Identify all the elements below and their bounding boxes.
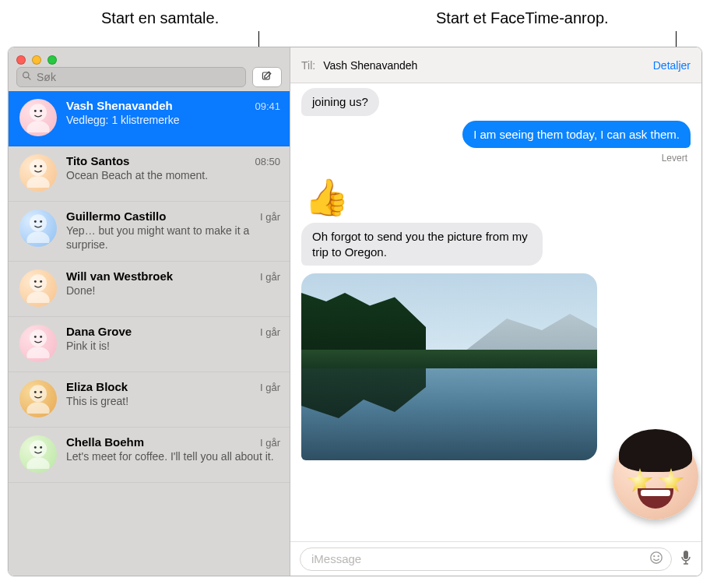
minimize-window-button[interactable] xyxy=(32,55,41,65)
tapback-thumbs-up-icon: 👍 xyxy=(304,176,349,218)
svg-point-20 xyxy=(26,347,49,358)
message-incoming: joining us? xyxy=(301,88,379,116)
compose-bar: iMessage xyxy=(290,541,701,576)
conversation-name: Guillermo Castillo xyxy=(66,209,166,223)
compose-button[interactable] xyxy=(252,67,282,87)
svg-point-3 xyxy=(30,104,47,121)
svg-point-6 xyxy=(40,110,42,112)
avatar xyxy=(19,269,57,307)
conversation-preview: Let's meet for coffee. I'll tell you all… xyxy=(66,450,280,464)
window-controls xyxy=(16,55,57,65)
conversation-list[interactable]: Vash Shenavandeh09:41Vedlegg: 1 klistrem… xyxy=(9,91,290,576)
avatar xyxy=(19,154,57,192)
conversation-name: Vash Shenavandeh xyxy=(66,99,173,112)
emoji-picker-icon[interactable] xyxy=(649,551,663,567)
svg-point-8 xyxy=(26,176,49,188)
sidebar: Søk Vash Shenavandeh09:41Vedlegg: 1 klis… xyxy=(9,48,290,576)
image-attachment[interactable] xyxy=(301,273,597,460)
conversation-time: I går xyxy=(260,437,280,449)
avatar-face-icon xyxy=(21,324,55,364)
message-input-placeholder: iMessage xyxy=(311,552,361,565)
svg-point-0 xyxy=(23,72,29,78)
conversation-preview: This is great! xyxy=(66,395,280,409)
avatar xyxy=(19,99,57,136)
avatar-face-icon xyxy=(21,98,55,138)
conversation-row[interactable]: Eliza BlockI gårThis is great! xyxy=(9,372,290,428)
sidebar-toolbar: Søk xyxy=(9,48,290,91)
svg-point-7 xyxy=(30,159,47,176)
svg-point-10 xyxy=(40,165,42,167)
message-incoming: Oh forgot to send you the picture from m… xyxy=(301,223,543,266)
close-window-button[interactable] xyxy=(16,55,26,65)
callout-facetime: Start et FaceTime-anrop. xyxy=(436,9,609,27)
svg-point-33 xyxy=(658,556,659,557)
sticker-hair xyxy=(619,429,692,472)
to-name: Vash Shenavandeh xyxy=(323,59,653,72)
conversation-row[interactable]: Tito Santos08:50Ocean Beach at the momen… xyxy=(9,146,290,202)
conversation-preview: Done! xyxy=(66,284,280,298)
compose-icon xyxy=(261,69,273,85)
memoji-sticker[interactable] xyxy=(613,434,698,519)
svg-rect-34 xyxy=(684,551,688,559)
conversation-body: Vash Shenavandeh09:41Vedlegg: 1 klistrem… xyxy=(66,99,280,128)
search-input[interactable]: Søk xyxy=(16,67,246,87)
conversation-time: I går xyxy=(260,326,280,338)
svg-point-12 xyxy=(26,231,49,243)
svg-point-28 xyxy=(26,457,49,469)
svg-point-30 xyxy=(40,446,42,449)
svg-point-18 xyxy=(40,280,42,283)
conversation-row[interactable]: Vash Shenavandeh09:41Vedlegg: 1 klistrem… xyxy=(9,91,290,146)
conversation-name: Tito Santos xyxy=(66,154,129,167)
avatar-face-icon xyxy=(21,209,55,248)
svg-point-25 xyxy=(34,391,37,393)
conversation-name: Dana Grove xyxy=(66,325,132,338)
message-outgoing: I am seeing them today, I can ask them. xyxy=(462,121,691,149)
sticker-teeth xyxy=(641,490,670,496)
callout-compose: Start en samtale. xyxy=(101,9,219,27)
details-button[interactable]: Detaljer xyxy=(653,59,691,72)
svg-point-13 xyxy=(34,220,37,223)
conversation-time: 08:50 xyxy=(255,156,280,167)
conversation-preview: Pink it is! xyxy=(66,340,280,354)
conversation-body: Tito Santos08:50Ocean Beach at the momen… xyxy=(66,154,280,183)
messages-window: Søk Vash Shenavandeh09:41Vedlegg: 1 klis… xyxy=(8,47,702,576)
chat-transcript[interactable]: joining us? I am seeing them today, I ca… xyxy=(290,83,701,541)
conversation-time: 09:41 xyxy=(255,100,280,112)
message-input[interactable]: iMessage xyxy=(300,548,672,571)
svg-point-19 xyxy=(30,329,47,347)
svg-point-22 xyxy=(40,336,42,338)
svg-point-4 xyxy=(26,121,49,132)
avatar-face-icon xyxy=(21,435,55,474)
svg-point-27 xyxy=(30,440,47,457)
conversation-preview: Ocean Beach at the moment. xyxy=(66,169,280,183)
conversation-time: I går xyxy=(260,382,280,393)
svg-point-11 xyxy=(30,214,47,231)
conversation-body: Will van WestbroekI gårDone! xyxy=(66,269,280,298)
conversation-name: Chella Boehm xyxy=(66,435,144,449)
zoom-window-button[interactable] xyxy=(47,55,57,65)
conversation-body: Chella BoehmI gårLet's meet for coffee. … xyxy=(66,435,280,464)
svg-point-9 xyxy=(34,165,37,167)
chat-pane: Til: Vash Shenavandeh Detaljer joining u… xyxy=(290,48,701,576)
conversation-body: Guillermo CastilloI gårYep… but you migh… xyxy=(66,209,280,252)
svg-point-31 xyxy=(651,552,662,563)
svg-point-21 xyxy=(34,336,37,338)
svg-line-1 xyxy=(28,77,30,79)
chat-header: Til: Vash Shenavandeh Detaljer xyxy=(290,48,701,83)
conversation-body: Dana GroveI gårPink it is! xyxy=(66,325,280,354)
avatar xyxy=(19,325,57,362)
avatar-face-icon xyxy=(21,379,55,419)
svg-point-23 xyxy=(30,385,47,402)
conversation-name: Eliza Block xyxy=(66,380,128,393)
conversation-row[interactable]: Chella BoehmI gårLet's meet for coffee. … xyxy=(9,428,290,483)
conversation-row[interactable]: Dana GroveI gårPink it is! xyxy=(9,317,290,372)
conversation-time: I går xyxy=(260,271,280,283)
svg-point-5 xyxy=(34,110,37,112)
svg-point-17 xyxy=(34,280,37,283)
avatar xyxy=(19,435,57,473)
avatar xyxy=(19,209,57,247)
conversation-row[interactable]: Will van WestbroekI gårDone! xyxy=(9,262,290,317)
dictation-mic-icon[interactable] xyxy=(680,550,692,569)
svg-point-15 xyxy=(30,274,47,291)
conversation-row[interactable]: Guillermo CastilloI gårYep… but you migh… xyxy=(9,202,290,262)
